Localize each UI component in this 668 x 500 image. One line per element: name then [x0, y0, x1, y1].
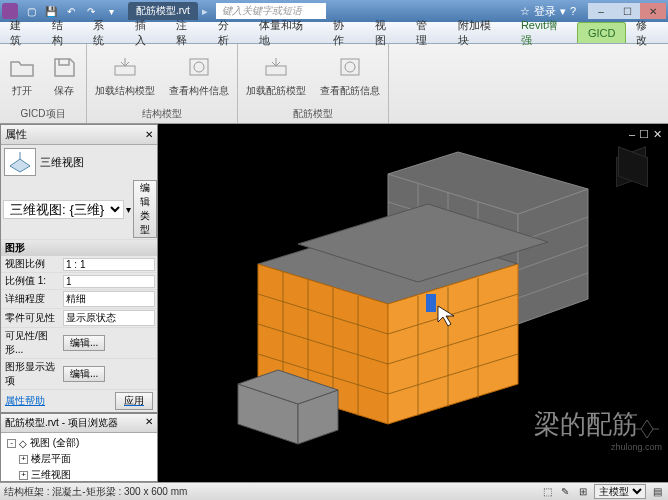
login-link[interactable]: 登录: [534, 4, 556, 19]
svg-rect-1: [190, 59, 208, 75]
ribbon: 打开 保存 GICD项目 加载结构模型 查看构件信息 结构模型 加载配筋: [0, 44, 668, 124]
view-component-button[interactable]: 查看构件信息: [165, 52, 233, 102]
tab-insert[interactable]: 插入: [125, 22, 167, 43]
edit-button[interactable]: 编辑...: [63, 366, 105, 382]
panel-label: GICD项目: [4, 107, 82, 121]
tab-massing[interactable]: 体量和场地: [249, 22, 323, 43]
tab-architecture[interactable]: 建筑: [0, 22, 42, 43]
viewport-window-controls: – ☐ ✕: [629, 128, 662, 141]
close-icon[interactable]: ✕: [145, 416, 153, 430]
load-structure-button[interactable]: 加载结构模型: [91, 52, 159, 102]
apply-button[interactable]: 应用: [115, 392, 153, 410]
load-icon: [111, 54, 139, 80]
open-button[interactable]: 打开: [4, 52, 40, 102]
prop-row: 视图比例1 : 1: [1, 256, 157, 273]
prop-value[interactable]: 显示原状态: [63, 310, 155, 326]
tab-gicd[interactable]: GICD: [577, 22, 627, 43]
view-rebar-button[interactable]: 查看配筋信息: [316, 52, 384, 102]
expand-icon[interactable]: +: [19, 455, 28, 464]
svg-rect-4: [341, 59, 359, 75]
help-icon[interactable]: ?: [570, 5, 576, 17]
status-icon[interactable]: ⬚: [540, 485, 554, 499]
edit-type-button[interactable]: 编辑类型: [133, 180, 157, 238]
svg-rect-0: [115, 66, 135, 75]
svg-rect-3: [266, 66, 286, 75]
login-dropdown-icon[interactable]: ▾: [560, 5, 566, 18]
svg-rect-35: [426, 294, 436, 312]
browser-header[interactable]: 配筋模型.rvt - 项目浏览器 ✕: [1, 414, 157, 433]
tab-revit-enhance[interactable]: Revit增强: [511, 22, 577, 43]
3d-viewport[interactable]: – ☐ ✕: [158, 124, 668, 482]
tab-view[interactable]: 视图: [365, 22, 407, 43]
vp-minimize-icon[interactable]: –: [629, 128, 635, 141]
type-name: 三维视图: [40, 155, 84, 170]
close-icon[interactable]: ✕: [145, 129, 153, 140]
prop-row: 可见性/图形...编辑...: [1, 328, 157, 359]
prop-row: 零件可见性显示原状态: [1, 309, 157, 328]
status-icon[interactable]: ⊞: [576, 485, 590, 499]
user-star-icon[interactable]: ☆: [520, 5, 530, 18]
workspace: 属性 ✕ 三维视图 三维视图: {三维} ▾ 编辑类型 图形 视图比例1 : 1…: [0, 124, 668, 482]
worksets-selector[interactable]: 主模型: [594, 484, 646, 499]
tab-analyze[interactable]: 分析: [208, 22, 250, 43]
type-selector[interactable]: 三维视图: {三维}: [3, 200, 124, 219]
prop-value[interactable]: 1 : 1: [63, 258, 155, 271]
vp-close-icon[interactable]: ✕: [653, 128, 662, 141]
status-bar: 结构框架 : 混凝土-矩形梁 : 300 x 600 mm ⬚ ✎ ⊞ 主模型 …: [0, 482, 668, 500]
doc-nav-icon[interactable]: ▸: [202, 5, 208, 18]
minimize-button[interactable]: –: [588, 3, 614, 19]
tree-node-3dview[interactable]: +三维视图: [3, 467, 155, 482]
tab-collaborate[interactable]: 协作: [323, 22, 365, 43]
section-graphics[interactable]: 图形: [1, 240, 157, 256]
svg-point-5: [345, 62, 355, 72]
ribbon-tabs: 建筑 结构 系统 插入 注释 分析 体量和场地 协作 视图 管理 附加模块 Re…: [0, 22, 668, 44]
site-watermark: zhulong.com: [611, 418, 662, 452]
ribbon-panel-rebar: 加载配筋模型 查看配筋信息 配筋模型: [238, 44, 389, 123]
collapse-icon[interactable]: -: [7, 439, 16, 448]
tab-modify[interactable]: 修改: [626, 22, 668, 43]
load-icon: [262, 54, 290, 80]
prop-row: 图形显示选项编辑...: [1, 359, 157, 390]
properties-header[interactable]: 属性 ✕: [1, 125, 157, 145]
info-icon: [185, 54, 213, 80]
ribbon-panel-structure: 加载结构模型 查看构件信息 结构模型: [87, 44, 238, 123]
svg-point-2: [194, 62, 204, 72]
prop-row: 比例值 1:1: [1, 273, 157, 290]
info-icon: [336, 54, 364, 80]
panel-label: 配筋模型: [242, 107, 384, 121]
status-selection: 结构框架 : 混凝土-矩形梁 : 300 x 600 mm: [4, 485, 187, 499]
tree-node-floorplan[interactable]: +楼层平面: [3, 451, 155, 467]
prop-value[interactable]: 1: [63, 275, 155, 288]
panel-label: 结构模型: [91, 107, 233, 121]
save-button[interactable]: 保存: [46, 52, 82, 102]
expand-icon[interactable]: +: [19, 471, 28, 480]
tab-addins[interactable]: 附加模块: [448, 22, 511, 43]
ribbon-panel-gicd: 打开 保存 GICD项目: [0, 44, 87, 123]
status-icon[interactable]: ▤: [650, 485, 664, 499]
status-icon[interactable]: ✎: [558, 485, 572, 499]
tab-manage[interactable]: 管理: [406, 22, 448, 43]
tab-annotate[interactable]: 注释: [166, 22, 208, 43]
load-rebar-button[interactable]: 加载配筋模型: [242, 52, 310, 102]
tree-node-views[interactable]: -◇视图 (全部): [3, 435, 155, 451]
folder-icon: [8, 54, 36, 80]
browser-tree: -◇视图 (全部) +楼层平面 +三维视图 +立面 (建筑立面) ▦图例 +▤明…: [1, 433, 157, 482]
view-type-icon: [4, 148, 36, 176]
edit-button[interactable]: 编辑...: [63, 335, 105, 351]
prop-row: 详细程度精细: [1, 290, 157, 309]
vp-maximize-icon[interactable]: ☐: [639, 128, 649, 141]
project-browser: 配筋模型.rvt - 项目浏览器 ✕ -◇视图 (全部) +楼层平面 +三维视图…: [0, 413, 158, 482]
left-sidebar: 属性 ✕ 三维视图 三维视图: {三维} ▾ 编辑类型 图形 视图比例1 : 1…: [0, 124, 158, 482]
prop-value[interactable]: 精细: [63, 291, 155, 307]
filter-icon[interactable]: ▾: [126, 204, 131, 215]
tab-systems[interactable]: 系统: [83, 22, 125, 43]
properties-palette: 属性 ✕ 三维视图 三维视图: {三维} ▾ 编辑类型 图形 视图比例1 : 1…: [0, 124, 158, 413]
tab-structure[interactable]: 结构: [42, 22, 84, 43]
properties-help-link[interactable]: 属性帮助: [5, 394, 45, 408]
save-icon: [50, 54, 78, 80]
